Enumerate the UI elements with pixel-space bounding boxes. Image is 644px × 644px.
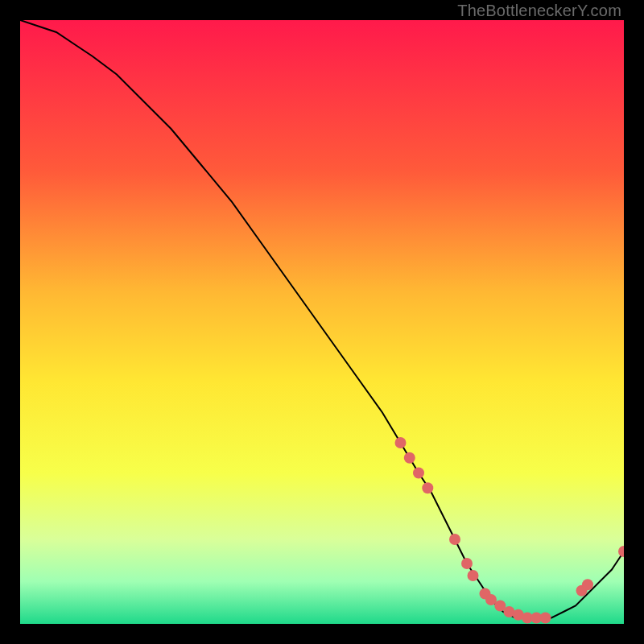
chart-plot-area [20,20,624,624]
watermark-text: TheBottleneckerY.com [457,2,621,20]
curve-marker [461,558,473,569]
curve-marker [422,482,433,493]
curve-marker [449,534,460,545]
curve-marker [540,613,551,624]
curve-marker [413,468,424,479]
chart-background-gradient [20,20,624,624]
chart-svg [20,20,624,624]
curve-marker [395,437,407,448]
curve-marker [468,570,479,581]
curve-marker [404,452,415,464]
curve-marker [582,579,593,590]
